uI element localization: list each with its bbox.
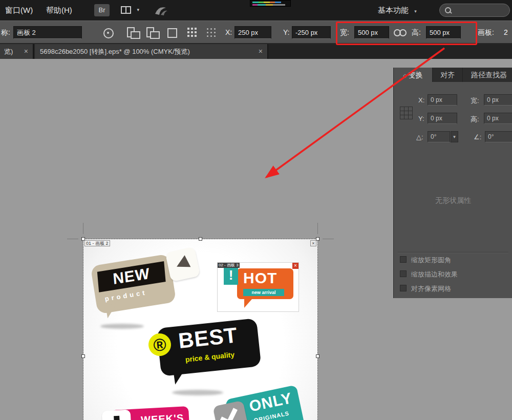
checkbox-scale-corners-label: 缩放矩形圆角 — [411, 256, 451, 265]
artboard-name-chip[interactable]: 01 - 画板 2 — [84, 240, 110, 246]
close-icon[interactable]: × — [259, 44, 263, 59]
artboard-3-delete-icon[interactable]: × — [292, 263, 298, 269]
document-tab-previous[interactable]: 览) × — [0, 44, 34, 59]
resize-handle[interactable] — [81, 354, 85, 358]
tab-pathfinder[interactable]: 路径查找器 — [463, 68, 512, 82]
artboard-delete-icon[interactable]: × — [310, 240, 316, 246]
check-icon — [220, 405, 238, 420]
crop-mark — [83, 223, 83, 234]
tab-label: 5698c26be2050 [转换].eps* @ 100% (CMYK/预览) — [40, 48, 190, 55]
bubble-tail — [105, 303, 119, 318]
new-badge — [165, 247, 201, 282]
document-tab-bar: 览) × 5698c26be2050 [转换].eps* @ 100% (CMY… — [0, 44, 512, 59]
tab-label: 变换 — [409, 71, 423, 79]
workspace-label: 基本功能 — [378, 6, 409, 14]
height-label: 高: — [412, 28, 421, 37]
panel-y-label: Y: — [418, 115, 424, 122]
x-input[interactable] — [234, 26, 271, 39]
bubble-tail — [244, 299, 252, 308]
close-icon[interactable]: × — [24, 44, 28, 59]
hot-bubble: HOT new arrival — [237, 268, 293, 299]
tab-label: 路径查找器 — [471, 71, 507, 79]
hot-title: HOT — [243, 268, 277, 288]
checkbox-scale-strokes-label: 缩放描边和效果 — [411, 270, 458, 279]
panel-diamond-icon: ◇ — [403, 73, 407, 78]
tab-align[interactable]: 对齐 — [433, 68, 463, 82]
new-title: NEW — [97, 261, 166, 292]
checkbox-align-pixel-grid-label: 对齐像素网格 — [411, 284, 451, 293]
panel-y-input[interactable] — [428, 113, 457, 124]
panel-body: X: 宽: Y: 高: △: ▼ ∠: 无形状属性 缩放矩形圆角 缩放描边和效果… — [394, 82, 512, 298]
sticker-weeks-best-offer: WEEK'S BEST OFFER — [101, 403, 203, 420]
arrange-documents-icon — [121, 6, 131, 14]
new-bubble: NEW product — [91, 254, 177, 314]
menu-window[interactable]: 窗口(W) — [5, 6, 33, 15]
panel-width-input[interactable] — [484, 94, 512, 106]
transform-panel: ◇变换 对齐 路径查找器 X: 宽: Y: 高: △: ▼ ∠: 无形状属性 缩… — [393, 68, 512, 298]
new-subtitle: product — [104, 288, 148, 303]
artboard-count-label: 画板: — [478, 28, 494, 37]
menu-bar: 窗口(W) 帮助(H) Br ▾ 基本功能 ▾ — [0, 0, 512, 20]
rotate-input[interactable] — [428, 131, 450, 142]
sticker-only-originals: ONLY ORIGINALS — [212, 389, 309, 420]
bridge-button[interactable]: Br — [94, 4, 110, 16]
constrain-proportions-icon[interactable] — [393, 29, 408, 36]
search-box[interactable] — [439, 4, 510, 17]
orientation-landscape-icon[interactable] — [145, 27, 159, 38]
x-label: X: — [225, 28, 232, 36]
panel-tab-bar: ◇变换 对齐 路径查找器 — [394, 68, 512, 82]
tab-label: 对齐 — [441, 71, 455, 79]
resize-handle[interactable] — [316, 237, 319, 241]
shear-input[interactable] — [485, 131, 512, 142]
y-label: Y: — [283, 28, 289, 36]
checkbox-align-pixel-grid[interactable] — [400, 285, 407, 291]
hot-exclamation: ! — [224, 266, 238, 285]
artboard-grid-icon[interactable] — [187, 28, 189, 30]
shear-icon: ∠: — [474, 133, 481, 141]
artboard-3-name-chip[interactable]: 02 - 画板 3 — [218, 263, 240, 268]
app-swirl-icon — [154, 4, 169, 17]
checkbox-scale-strokes[interactable] — [400, 270, 407, 277]
artboard-dots-icon[interactable] — [207, 28, 208, 30]
sticker-hot: 02 - 画板 3 × ! HOT new arrival — [218, 263, 298, 311]
crop-mark — [317, 223, 318, 234]
no-shape-properties-text: 无形状属性 — [394, 196, 512, 205]
resize-handle[interactable] — [199, 237, 202, 241]
reference-point-grid-icon[interactable] — [400, 107, 413, 119]
orientation-portrait-icon[interactable] — [126, 27, 139, 38]
artboard-target-icon[interactable] — [101, 26, 115, 39]
workspace-switcher[interactable]: 基本功能 ▾ — [378, 6, 417, 15]
panel-height-input[interactable] — [484, 113, 512, 124]
menu-help[interactable]: 帮助(H) — [46, 6, 72, 15]
new-artboard-icon[interactable] — [165, 27, 178, 38]
artboard-count-value: 2 — [504, 28, 508, 36]
width-label: 宽: — [340, 28, 349, 37]
artboard[interactable]: 01 - 画板 2 × NEW product 02 - 画板 3 × ! HO… — [83, 239, 317, 420]
artboard-name-label: 称: — [1, 28, 10, 37]
mini-swatches-icon — [250, 0, 291, 7]
panel-width-label: 宽: — [471, 96, 479, 106]
week-badge — [102, 410, 132, 420]
chevron-down-icon: ▾ — [137, 7, 139, 12]
best-bubble: BEST price & quality — [157, 318, 262, 376]
height-input[interactable] — [426, 26, 461, 39]
down-arrow-icon — [114, 416, 120, 420]
checkbox-scale-corners[interactable] — [400, 256, 407, 263]
document-tab-active[interactable]: 5698c26be2050 [转换].eps* @ 100% (CMYK/预览)… — [35, 44, 268, 59]
sticker-shadow — [100, 324, 144, 329]
artboard-name-input[interactable] — [13, 26, 82, 39]
width-input[interactable] — [354, 26, 389, 39]
panel-x-input[interactable] — [428, 94, 457, 106]
chevron-down-icon: ▾ — [414, 9, 417, 14]
y-input[interactable] — [292, 26, 331, 39]
hot-subtitle: new arrival — [243, 289, 284, 296]
resize-handle[interactable] — [316, 354, 319, 358]
panel-height-label: 高: — [471, 115, 479, 124]
tab-transform[interactable]: ◇变换 — [394, 68, 433, 82]
rotate-dropdown[interactable]: ▼ — [451, 131, 458, 142]
arrange-documents-button[interactable]: ▾ — [121, 6, 139, 14]
rotate-icon: △: — [416, 133, 423, 141]
search-input[interactable] — [455, 5, 506, 15]
panel-x-label: X: — [418, 96, 424, 104]
control-bar: 称: X: Y: 宽: 高: 画板: 2 — [0, 20, 512, 44]
